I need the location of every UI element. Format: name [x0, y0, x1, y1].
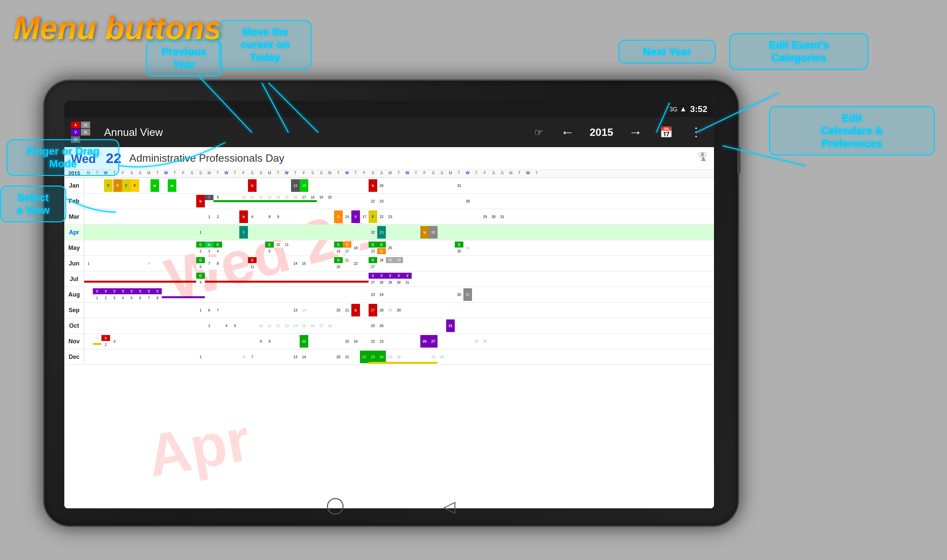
back-button[interactable]: ◁ — [443, 497, 456, 515]
aug-v3[interactable]: V — [110, 288, 119, 294]
oct-31[interactable]: 31 — [446, 319, 455, 332]
sep-21[interactable]: 21 — [343, 304, 351, 317]
aug-v5[interactable]: V — [127, 288, 136, 294]
mar-2[interactable]: 2 — [214, 211, 222, 223]
may-30[interactable]: 30 — [455, 248, 463, 254]
jun-28[interactable]: 28 — [377, 257, 386, 263]
feb-20[interactable]: 20 — [325, 195, 334, 200]
jul-v30[interactable]: V — [394, 273, 403, 278]
mar-31[interactable]: 31 — [498, 211, 507, 223]
jun-11[interactable]: 11 — [248, 264, 257, 270]
finger-drag-button[interactable]: ☞ — [529, 124, 548, 141]
eye-icon[interactable]: 👁 — [698, 150, 707, 161]
aug-24[interactable]: 24 — [377, 288, 386, 301]
dec-25[interactable]: 25 — [386, 351, 394, 363]
mar-29[interactable]: 29 — [480, 211, 489, 223]
oct-18[interactable]: 18 — [325, 319, 334, 332]
may-g1[interactable]: G — [196, 242, 205, 248]
jan-day-f2[interactable]: F — [113, 179, 122, 192]
jun-g20[interactable]: G — [334, 257, 343, 263]
feb-7[interactable]: 7 — [205, 195, 214, 200]
sep-b22[interactable]: b — [351, 304, 360, 317]
feb-11[interactable]: 11 — [248, 195, 257, 200]
sep-13[interactable]: 13 — [291, 304, 300, 317]
feb-14[interactable]: 14 — [274, 195, 282, 200]
aug-v6[interactable]: V — [136, 288, 145, 294]
nov-8[interactable]: 8 — [257, 335, 265, 348]
mar-b[interactable]: b — [239, 211, 248, 223]
jun-neg4[interactable]: -4 — [145, 257, 153, 270]
jun-15[interactable]: 15 — [300, 257, 308, 270]
jan-day-f3[interactable]: F — [122, 179, 131, 192]
may-17[interactable]: 17 — [343, 248, 351, 254]
oct-15[interactable]: 15 — [300, 319, 308, 332]
dec-21[interactable]: 21 — [343, 351, 351, 363]
oct-14[interactable]: 14 — [291, 319, 300, 332]
jan-day-19[interactable]: 19 — [300, 179, 308, 192]
mar-9[interactable]: 9 — [274, 211, 282, 223]
aug-7[interactable]: 7 — [145, 295, 153, 301]
more-options-button[interactable]: ⋮ — [685, 123, 707, 142]
jul-27[interactable]: 27 — [369, 279, 377, 285]
oct-11[interactable]: 11 — [265, 319, 274, 332]
nov-b[interactable]: b — [102, 335, 110, 341]
nov-26[interactable]: 26 — [420, 335, 429, 348]
jun-1[interactable]: 1 — [84, 257, 93, 270]
oct-10[interactable]: 10 — [257, 319, 265, 332]
jun-30[interactable]: 30 — [394, 257, 403, 263]
jan-day-26[interactable]: 26 — [377, 179, 386, 192]
jun-20[interactable]: 20 — [334, 264, 343, 270]
mar-30[interactable]: 30 — [489, 211, 498, 223]
may-o24[interactable]: O — [377, 248, 386, 254]
nov-1[interactable]: -1 — [93, 335, 102, 341]
feb-13[interactable]: 13 — [265, 195, 274, 200]
oct-13[interactable]: 13 — [282, 319, 291, 332]
feb-23[interactable]: 23 — [377, 195, 386, 208]
may-23[interactable]: 23 — [369, 248, 377, 254]
nov-9[interactable]: 9 — [265, 335, 274, 348]
may-g16[interactable]: G — [334, 242, 343, 248]
oct-12[interactable]: 12 — [274, 319, 282, 332]
may-9[interactable]: 9 — [265, 248, 274, 254]
aug-5[interactable]: 5 — [127, 295, 136, 301]
sep-28[interactable]: 28 — [377, 304, 386, 317]
may-11[interactable]: 11 — [282, 242, 291, 248]
may-m[interactable]: m — [205, 242, 214, 248]
apr-5[interactable]: 5 — [239, 226, 248, 238]
may-3[interactable]: 3 — [205, 248, 214, 254]
may-g23[interactable]: G — [369, 242, 377, 248]
feb-18[interactable]: 18 — [308, 195, 317, 200]
aug-8[interactable]: 8 — [153, 295, 162, 301]
aug-v8[interactable]: V — [153, 288, 162, 294]
nov-27[interactable]: 27 — [429, 335, 437, 348]
jul-g4[interactable]: G — [196, 273, 205, 278]
dec-22[interactable]: 22 — [360, 351, 369, 363]
jul-v29[interactable]: V — [386, 273, 394, 278]
nov-23[interactable]: 23 — [377, 335, 386, 348]
jan-day-f1[interactable]: F — [104, 179, 113, 192]
nov-30[interactable]: 30 — [480, 335, 489, 348]
aug-v4[interactable]: V — [119, 288, 127, 294]
mar-17[interactable]: 17 — [360, 211, 369, 223]
may-g24[interactable]: G — [377, 242, 386, 248]
feb-28[interactable]: 28 — [463, 195, 472, 208]
nov-11[interactable]: 11 — [300, 335, 308, 348]
may-10[interactable]: 10 — [274, 242, 282, 248]
jul-29[interactable]: 29 — [386, 279, 394, 285]
jun-22[interactable]: 22 — [351, 257, 360, 270]
aug-3[interactable]: 3 — [110, 295, 119, 301]
dec-6[interactable]: -6 — [239, 351, 248, 363]
may-25[interactable]: 25 — [386, 242, 394, 254]
oct-17[interactable]: 17 — [317, 319, 325, 332]
feb-12[interactable]: 12 — [257, 195, 265, 200]
jun-14[interactable]: 14 — [291, 257, 300, 270]
oct-5[interactable]: 5 — [231, 319, 239, 332]
apr-22[interactable]: 22 — [369, 226, 377, 238]
feb-15[interactable]: 15 — [282, 195, 291, 200]
oct-1[interactable]: 1 — [205, 319, 214, 332]
jun-6[interactable]: 6 — [196, 264, 205, 270]
aug-v2[interactable]: V — [102, 288, 110, 294]
apr-23[interactable]: 23 — [377, 226, 386, 238]
jan-day-m2[interactable]: m — [168, 179, 176, 192]
jun-g27[interactable]: G — [369, 257, 377, 263]
